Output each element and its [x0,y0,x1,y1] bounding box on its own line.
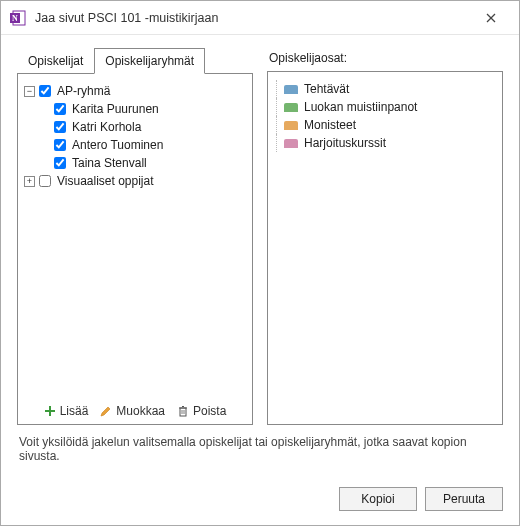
group-checkbox[interactable] [39,85,51,97]
group-tree[interactable]: − AP-ryhmä Karita Puurunen Katri Korhola [17,73,253,425]
delete-group-button[interactable]: Poista [177,404,226,418]
section-tab-icon [284,139,298,148]
delete-label: Poista [193,404,226,418]
member-label: Taina Stenvall [70,156,147,170]
tab-groups[interactable]: Opiskelijaryhmät [94,48,205,74]
expander-minus-icon[interactable]: − [24,86,35,97]
tree-group-row[interactable]: − AP-ryhmä [24,82,246,100]
section-tab-icon [284,85,298,94]
member-checkbox[interactable] [54,103,66,115]
member-checkbox[interactable] [54,121,66,133]
section-row[interactable]: Tehtävät [274,80,496,98]
section-label: Tehtävät [304,82,349,96]
add-label: Lisää [60,404,89,418]
section-label: Monisteet [304,118,356,132]
close-icon [486,13,496,23]
member-label: Antero Tuominen [70,138,163,152]
member-label: Karita Puurunen [70,102,159,116]
cancel-button[interactable]: Peruuta [425,487,503,511]
group-label: Visuaaliset oppijat [55,174,154,188]
sections-list[interactable]: Tehtävät Luokan muistiinpanot Monisteet … [267,71,503,425]
plus-icon [44,405,56,417]
member-checkbox[interactable] [54,139,66,151]
group-action-bar: Lisää Muokkaa [18,396,252,420]
dialog-body: Opiskelijat Opiskelijaryhmät − AP-ryhmä … [1,35,519,487]
section-tab-icon [284,103,298,112]
close-button[interactable] [471,4,511,32]
pencil-icon [100,405,112,417]
onenote-icon: N [9,9,27,27]
footer: Kopioi Peruuta [1,487,519,525]
section-label: Harjoituskurssit [304,136,386,150]
section-tab-icon [284,121,298,130]
tree-member-row[interactable]: Taina Stenvall [24,154,246,172]
group-checkbox[interactable] [39,175,51,187]
trash-icon [177,405,189,417]
member-label: Katri Korhola [70,120,141,134]
add-group-button[interactable]: Lisää [44,404,89,418]
sections-title: Opiskelijaosat: [267,47,503,71]
edit-group-button[interactable]: Muokkaa [100,404,165,418]
section-label: Luokan muistiinpanot [304,100,417,114]
svg-text:N: N [12,14,18,23]
section-row[interactable]: Harjoituskurssit [274,134,496,152]
section-row[interactable]: Luokan muistiinpanot [274,98,496,116]
group-label: AP-ryhmä [55,84,110,98]
window-title: Jaa sivut PSCI 101 -muistikirjaan [35,11,471,25]
copy-button[interactable]: Kopioi [339,487,417,511]
tree-member-row[interactable]: Katri Korhola [24,118,246,136]
svg-rect-7 [180,408,186,416]
title-bar: N Jaa sivut PSCI 101 -muistikirjaan [1,1,519,35]
tree-group-row[interactable]: + Visuaaliset oppijat [24,172,246,190]
tab-bar: Opiskelijat Opiskelijaryhmät [17,47,253,73]
dialog-window: N Jaa sivut PSCI 101 -muistikirjaan Opis… [0,0,520,526]
edit-label: Muokkaa [116,404,165,418]
hint-text: Voit yksilöidä jakelun valitsemalla opis… [17,425,503,475]
right-column: Opiskelijaosat: Tehtävät Luokan muistiin… [267,47,503,425]
tree-member-row[interactable]: Karita Puurunen [24,100,246,118]
tree-member-row[interactable]: Antero Tuominen [24,136,246,154]
tab-students[interactable]: Opiskelijat [17,48,94,74]
columns: Opiskelijat Opiskelijaryhmät − AP-ryhmä … [17,47,503,425]
expander-plus-icon[interactable]: + [24,176,35,187]
member-checkbox[interactable] [54,157,66,169]
section-row[interactable]: Monisteet [274,116,496,134]
left-column: Opiskelijat Opiskelijaryhmät − AP-ryhmä … [17,47,253,425]
